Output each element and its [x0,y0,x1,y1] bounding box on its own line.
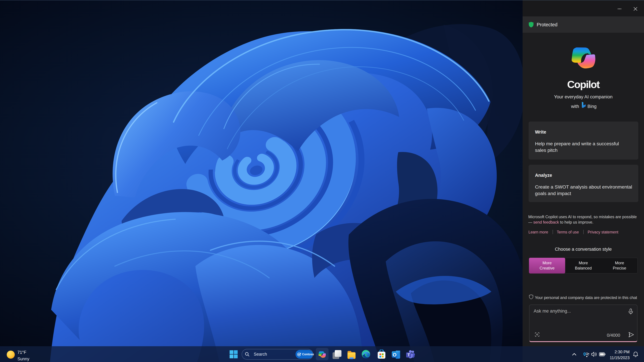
svg-text:T: T [408,353,410,357]
svg-text:O: O [392,352,396,358]
